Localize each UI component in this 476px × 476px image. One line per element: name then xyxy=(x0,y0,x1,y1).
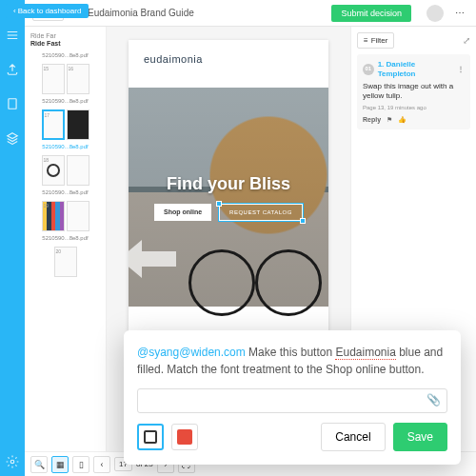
topbar: V1 ▾ ☆ Eudaimonia Brand Guide Submit dec… xyxy=(25,0,476,27)
search-button[interactable]: 🔍 xyxy=(30,456,48,473)
thumb-filename: 5210590...8e8.pdf xyxy=(29,189,102,195)
thumb-page[interactable] xyxy=(67,155,89,186)
settings-icon[interactable] xyxy=(6,455,19,468)
comment-body: Swap this image out with a yellow tulip. xyxy=(363,82,465,102)
arrow-graphic xyxy=(129,240,176,278)
hero-image: Find your Bliss Shop online REQUEST CATA… xyxy=(129,88,328,307)
thumbnails-view-button[interactable]: ▦ xyxy=(51,456,69,473)
comment-card[interactable]: 01 1. Danielle Templeton ⋮ Swap this ima… xyxy=(357,54,470,129)
cancel-button[interactable]: Cancel xyxy=(321,423,385,451)
filter-button[interactable]: ≡ Filter xyxy=(357,32,394,49)
expand-icon[interactable]: ⤢ xyxy=(463,35,470,46)
swatch-outline[interactable] xyxy=(137,424,164,450)
prev-page-button[interactable]: ‹ xyxy=(93,456,110,473)
thumb-page[interactable]: 18 xyxy=(42,155,65,186)
like-icon[interactable]: 👍 xyxy=(398,115,407,124)
selection-box[interactable] xyxy=(218,203,304,222)
thumb-page[interactable]: 19 xyxy=(42,201,65,231)
svg-point-1 xyxy=(10,460,14,464)
thumb-page[interactable]: 20 xyxy=(54,247,77,277)
annotation-popup: @syang@widen.com Make this button Eudaim… xyxy=(124,330,461,465)
more-icon[interactable]: ⋯ xyxy=(451,8,468,18)
hero-headline: Find your Bliss xyxy=(167,174,290,194)
thumb-page[interactable]: 15 xyxy=(42,64,65,94)
attachment-icon[interactable]: 📎 xyxy=(426,393,441,407)
thumb-page[interactable] xyxy=(67,201,89,231)
thumb-hero: Ride Far Ride Fast xyxy=(29,30,102,49)
request-catalog-button[interactable]: REQUEST CATALOG xyxy=(219,204,303,221)
left-rail xyxy=(0,0,25,476)
brand-logo-text: eudaimonia xyxy=(144,53,313,65)
layers-icon[interactable] xyxy=(6,131,19,145)
thumb-filename: 5210590...8e8.pdf xyxy=(29,144,102,149)
comment-meta: Page 13, 19 minutes ago xyxy=(363,105,465,112)
thumb-filename: 5210590...8e8.pdf xyxy=(29,52,102,58)
back-to-dashboard-button[interactable]: ‹ Back to dashboard xyxy=(6,4,89,18)
submit-decision-button[interactable]: Submit decision xyxy=(331,5,411,22)
single-page-button[interactable]: ▯ xyxy=(72,456,89,473)
thumb-page-selected[interactable]: 17 xyxy=(42,109,65,140)
flag-icon[interactable]: ⚑ xyxy=(387,115,392,124)
swatch-fill-red[interactable] xyxy=(171,424,198,450)
thumbnail-panel: Ride Far Ride Fast 5210590...8e8.pdf 15 … xyxy=(25,27,107,451)
avatar[interactable] xyxy=(426,5,444,22)
filter-icon: ≡ xyxy=(364,36,368,45)
reply-input[interactable]: 📎 xyxy=(137,388,447,413)
mention[interactable]: @syang@widen.com xyxy=(137,346,246,359)
thumb-filename: 5210590...8e8.pdf xyxy=(29,235,102,241)
thumb-page[interactable] xyxy=(67,109,89,140)
menu-icon[interactable] xyxy=(6,29,19,42)
comment-author: 1. Danielle Templeton xyxy=(378,60,453,80)
files-icon[interactable] xyxy=(6,97,19,110)
chevron-left-icon: ‹ xyxy=(13,7,16,15)
annotation-text[interactable]: @syang@widen.com Make this button Eudaim… xyxy=(137,344,447,379)
comment-number-badge: 01 xyxy=(363,64,374,75)
upload-icon[interactable] xyxy=(6,63,19,76)
back-label: Back to dashboard xyxy=(18,7,82,15)
page-preview: eudaimonia Find your Bliss Shop online R… xyxy=(129,40,328,335)
thumb-filename: 5210590...8e8.pdf xyxy=(29,98,102,104)
svg-rect-0 xyxy=(9,99,16,109)
doc-title: Eudaimonia Brand Guide xyxy=(88,8,194,18)
comment-more-icon[interactable]: ⋮ xyxy=(457,65,465,74)
reply-link[interactable]: Reply xyxy=(363,115,381,124)
thumb-page[interactable]: 16 xyxy=(67,64,89,94)
save-button[interactable]: Save xyxy=(393,423,447,451)
